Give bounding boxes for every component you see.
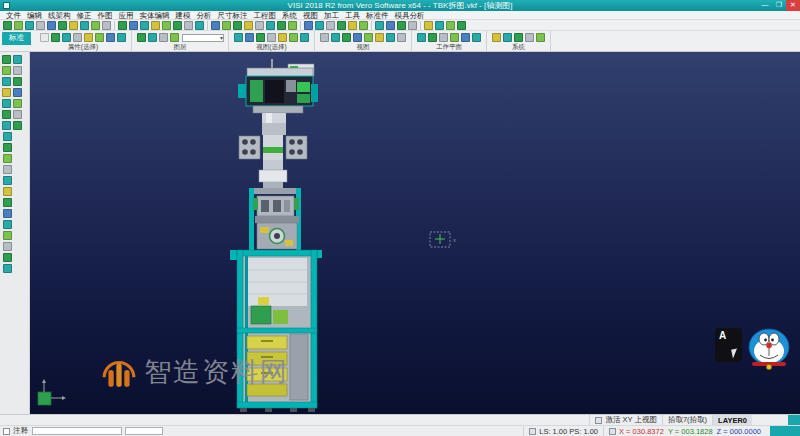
toolbar-icon[interactable] <box>331 33 340 42</box>
toolbar-icon[interactable] <box>3 176 12 185</box>
toolbar-icon[interactable] <box>2 66 11 75</box>
toolbar-icon[interactable] <box>439 33 448 42</box>
toolbar-icon[interactable] <box>536 33 545 42</box>
toolbar-icon[interactable] <box>348 21 357 30</box>
toolbar-icon[interactable] <box>244 21 253 30</box>
toolbar-icon[interactable] <box>457 21 466 30</box>
toolbar-icon[interactable] <box>148 33 157 42</box>
toolbar-icon[interactable] <box>13 55 22 64</box>
toolbar-icon[interactable] <box>102 21 111 30</box>
toolbar-icon[interactable] <box>375 21 384 30</box>
menu-item[interactable]: 模具分析 <box>392 11 428 20</box>
toolbar-icon[interactable] <box>3 264 12 273</box>
toolbar-icon[interactable] <box>3 253 12 262</box>
toolbar-icon[interactable] <box>13 66 22 75</box>
menu-item[interactable]: 视图 <box>300 11 321 20</box>
scale-status[interactable]: LS: 1.00 PS: 1.00 <box>523 426 603 436</box>
menu-item[interactable]: 编辑 <box>24 11 45 20</box>
toolbar-icon[interactable] <box>255 21 264 30</box>
toolbar-icon[interactable] <box>397 33 406 42</box>
toolbar-icon[interactable] <box>446 21 455 30</box>
toolbar-icon[interactable] <box>256 33 265 42</box>
toolbar-icon[interactable] <box>277 21 286 30</box>
minimize-button[interactable]: — <box>758 0 772 11</box>
workplane-status[interactable]: 激活 XY 上视图 <box>589 415 662 425</box>
toolbar-icon[interactable] <box>386 33 395 42</box>
toolbar-icon[interactable] <box>14 21 23 30</box>
menu-item[interactable]: 应用 <box>116 11 137 20</box>
toolbar-icon[interactable] <box>278 33 287 42</box>
menu-item[interactable]: 尺寸标注 <box>215 11 251 20</box>
toolbar-icon[interactable] <box>36 21 45 30</box>
toolbar-icon[interactable] <box>233 21 242 30</box>
toolbar-icon[interactable] <box>84 33 93 42</box>
toolbar-icon[interactable] <box>173 21 182 30</box>
toolbar-icon[interactable] <box>170 33 179 42</box>
menu-item[interactable]: 文件 <box>3 11 24 20</box>
toolbar-icon[interactable] <box>288 21 297 30</box>
toolbar-icon[interactable] <box>106 33 115 42</box>
toolbar-icon[interactable] <box>3 21 12 30</box>
menu-item[interactable]: 工具 <box>342 11 363 20</box>
toolbar-icon[interactable] <box>162 21 171 30</box>
toolbar-icon[interactable] <box>435 21 444 30</box>
menu-item[interactable]: 修正 <box>74 11 95 20</box>
aux-input[interactable] <box>125 427 163 435</box>
menu-item[interactable]: 建模 <box>173 11 194 20</box>
toolbar-icon[interactable] <box>3 143 12 152</box>
menu-item[interactable]: 加工 <box>321 11 342 20</box>
toolbar-icon[interactable] <box>245 33 254 42</box>
toolbar-icon[interactable] <box>140 21 149 30</box>
toolbar-icon[interactable] <box>95 33 104 42</box>
toolbar-icon[interactable] <box>424 21 433 30</box>
toolbar-icon[interactable] <box>397 21 406 30</box>
toolbar-icon[interactable] <box>2 77 11 86</box>
toolbar-icon[interactable] <box>69 21 78 30</box>
pick-status[interactable]: 拾取7(拾取) <box>662 415 712 425</box>
toolbar-icon[interactable] <box>159 33 168 42</box>
toolbar-icon[interactable] <box>353 33 362 42</box>
toolbar-icon[interactable] <box>326 21 335 30</box>
toolbar-icon[interactable] <box>375 33 384 42</box>
toolbar-icon[interactable] <box>472 33 481 42</box>
menu-item[interactable]: 实体编辑 <box>137 11 173 20</box>
toolbar-icon[interactable] <box>2 110 11 119</box>
menu-item[interactable]: 作图 <box>95 11 116 20</box>
toolbar-icon[interactable] <box>315 21 324 30</box>
close-button[interactable]: ✕ <box>786 0 800 11</box>
note-checkbox[interactable] <box>3 428 10 435</box>
toolbar-icon[interactable] <box>408 21 417 30</box>
toolbar-icon[interactable] <box>25 21 34 30</box>
toolbar-icon[interactable] <box>40 33 49 42</box>
toolbar-icon[interactable] <box>267 33 276 42</box>
toolbar-icon[interactable] <box>211 21 220 30</box>
toolbar-icon[interactable] <box>58 21 67 30</box>
toolbar-icon[interactable] <box>195 21 204 30</box>
toolbar-icon[interactable] <box>450 33 459 42</box>
toolbar-icon[interactable] <box>525 33 534 42</box>
maximize-button[interactable]: ❐ <box>772 0 786 11</box>
toolbar-icon[interactable] <box>47 21 56 30</box>
menu-item[interactable]: 标准件 <box>363 11 392 20</box>
toolbar-icon[interactable] <box>13 110 22 119</box>
toolbar-icon[interactable] <box>51 33 60 42</box>
toolbar-icon[interactable] <box>13 121 22 130</box>
toolbar-icon[interactable] <box>304 21 313 30</box>
toolbar-icon[interactable] <box>137 33 146 42</box>
toolbar-icon[interactable] <box>80 21 89 30</box>
toolbar-icon[interactable] <box>3 198 12 207</box>
toolbar-icon[interactable] <box>13 99 22 108</box>
toolbar-icon[interactable] <box>461 33 470 42</box>
toolbar-icon[interactable] <box>2 88 11 97</box>
annotation-tool-badge[interactable]: A <box>715 328 742 362</box>
toolbar-icon[interactable] <box>3 154 12 163</box>
toolbar-icon[interactable] <box>3 220 12 229</box>
toolbar-icon[interactable] <box>514 33 523 42</box>
tab-standard[interactable]: 标准 <box>2 32 31 45</box>
toolbar-icon[interactable] <box>184 21 193 30</box>
toolbar-icon[interactable] <box>73 33 82 42</box>
toolbar-icon[interactable] <box>300 33 309 42</box>
toolbar-icon[interactable] <box>289 33 298 42</box>
toolbar-icon[interactable] <box>117 33 126 42</box>
toolbar-icon[interactable] <box>118 21 127 30</box>
